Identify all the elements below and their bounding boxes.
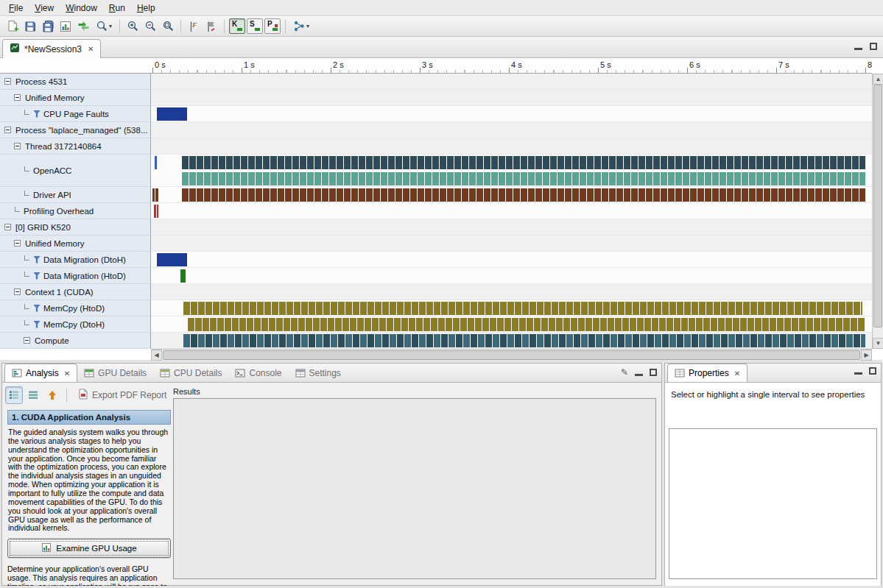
row-track[interactable] xyxy=(151,138,872,155)
timeline-interval[interactable] xyxy=(157,253,187,266)
tab-cpu-details[interactable]: CPU Details xyxy=(153,364,228,382)
close-icon[interactable]: ✕ xyxy=(64,369,70,378)
menu-view[interactable]: View xyxy=(29,1,60,15)
menu-file[interactable]: File xyxy=(3,1,29,15)
scroll-up-icon[interactable]: ▲ xyxy=(873,74,883,85)
kernel-toggle[interactable]: K xyxy=(229,18,245,34)
timeline-interval[interactable] xyxy=(183,302,862,315)
timeline-interval[interactable] xyxy=(188,318,865,331)
marker-f-icon[interactable]: F xyxy=(185,18,203,35)
scroll-down-icon[interactable]: ▼ xyxy=(873,338,883,349)
maximize-icon[interactable] xyxy=(650,369,657,376)
row-track[interactable] xyxy=(151,155,872,187)
collapse-toggle-icon[interactable] xyxy=(14,94,21,101)
timeline-interval[interactable] xyxy=(155,156,157,169)
collapse-toggle-icon[interactable] xyxy=(14,240,21,247)
row-track[interactable] xyxy=(151,284,872,300)
dropdown-caret-icon[interactable]: ▾ xyxy=(306,23,309,29)
row-label-context-1-cuda[interactable]: Context 1 (CUDA) xyxy=(0,284,151,300)
tab-settings[interactable]: Settings xyxy=(289,364,348,382)
row-label-driver-api[interactable]: Driver API xyxy=(0,187,151,203)
zoom-fit-icon[interactable] xyxy=(159,18,177,35)
collapse-toggle-icon[interactable] xyxy=(4,127,11,133)
tab-gpu-details[interactable]: GPU Details xyxy=(77,364,153,382)
timeline-interval[interactable] xyxy=(152,188,155,202)
minimize-icon[interactable] xyxy=(854,372,862,375)
marker-flag-icon[interactable] xyxy=(203,18,220,35)
collapse-toggle-icon[interactable] xyxy=(24,337,30,344)
timeline-interval[interactable] xyxy=(157,107,187,121)
zoom-in-icon[interactable] xyxy=(124,18,141,35)
tab-console[interactable]: Console xyxy=(228,364,288,382)
zoom-out-icon[interactable] xyxy=(141,18,159,35)
filter-icon[interactable] xyxy=(33,272,41,280)
row-label-0-grid-k520[interactable]: [0] GRID K520 xyxy=(0,219,151,235)
horizontal-scroll-thumb[interactable] xyxy=(163,350,860,360)
row-track[interactable] xyxy=(151,106,872,122)
row-label-unified-memory[interactable]: Unified Memory xyxy=(0,90,151,106)
row-track[interactable] xyxy=(151,122,872,138)
row-label-compute[interactable]: Compute xyxy=(0,333,151,349)
minimize-icon[interactable] xyxy=(854,48,862,50)
row-label-cpu-page-faults[interactable]: CPU Page Faults xyxy=(0,106,151,122)
export-pdf-report-button[interactable]: Export PDF Report xyxy=(72,386,172,405)
row-track[interactable] xyxy=(151,187,872,203)
maximize-icon[interactable] xyxy=(870,43,877,50)
timeline-interval[interactable] xyxy=(155,188,158,202)
promote-stage-icon[interactable] xyxy=(43,386,61,404)
timeline-interval[interactable] xyxy=(154,205,155,218)
close-icon[interactable]: ✕ xyxy=(88,45,94,53)
analysis-menu-icon[interactable]: ▾ xyxy=(289,18,313,35)
row-label-memcpy-htod[interactable]: MemCpy (HtoD) xyxy=(0,300,151,316)
sync-toggle[interactable]: S xyxy=(247,18,263,34)
session-tab[interactable]: *NewSession3 ✕ xyxy=(2,39,101,58)
horizontal-scrollbar[interactable]: ◀ ▶ xyxy=(151,349,872,360)
scroll-left-icon[interactable]: ◀ xyxy=(151,350,162,361)
pin-editor-icon[interactable]: ✎ xyxy=(621,367,628,378)
row-label-unified-memory[interactable]: Unified Memory xyxy=(0,235,151,252)
vertical-scrollbar[interactable]: ▲ ▼ xyxy=(872,74,883,349)
row-label-process-4531[interactable]: Process 4531 xyxy=(0,74,151,90)
tab-properties[interactable]: Properties ✕ xyxy=(667,364,747,382)
timeline-interval[interactable] xyxy=(182,172,865,185)
close-icon[interactable]: ✕ xyxy=(734,369,740,378)
guided-analysis-icon[interactable] xyxy=(5,386,23,404)
save-session-icon[interactable] xyxy=(21,18,39,35)
row-track[interactable] xyxy=(151,90,872,106)
vertical-scroll-thumb[interactable] xyxy=(873,85,882,327)
row-label-data-migration-dtoh[interactable]: Data Migration (DtoH) xyxy=(0,252,151,268)
row-label-openacc[interactable]: OpenACC xyxy=(0,155,151,187)
import-export-icon[interactable] xyxy=(74,18,92,35)
timeline-interval[interactable] xyxy=(182,156,865,169)
row-track[interactable] xyxy=(151,268,872,284)
collapse-toggle-icon[interactable] xyxy=(14,288,21,295)
new-session-icon[interactable] xyxy=(4,18,21,35)
menu-help[interactable]: Help xyxy=(131,1,161,15)
timeline-interval[interactable] xyxy=(183,334,865,347)
row-label-profiling-overhead[interactable]: Profiling Overhead xyxy=(0,203,151,219)
filter-icon[interactable] xyxy=(33,321,41,328)
unguided-analysis-icon[interactable] xyxy=(24,386,42,404)
collapse-toggle-icon[interactable] xyxy=(4,224,11,230)
pc-sampling-toggle[interactable]: P xyxy=(264,18,281,34)
filter-icon[interactable] xyxy=(33,256,41,263)
filter-icon[interactable] xyxy=(33,110,41,118)
dropdown-caret-icon[interactable]: ▾ xyxy=(109,23,112,29)
examine-gpu-usage-button[interactable]: Examine GPU Usage xyxy=(7,539,171,558)
row-track[interactable] xyxy=(151,235,872,252)
scroll-right-icon[interactable]: ▶ xyxy=(861,350,872,361)
row-track[interactable] xyxy=(151,300,872,316)
timeline-ruler[interactable]: 0 s1 s2 s3 s4 s5 s6 s7 s8 xyxy=(151,58,872,74)
minimize-icon[interactable] xyxy=(635,374,643,376)
row-track[interactable] xyxy=(151,333,872,349)
menu-window[interactable]: Window xyxy=(60,1,103,15)
search-dropdown-icon[interactable]: ▾ xyxy=(92,18,116,35)
row-label-process-laplace-managed-538[interactable]: Process "laplace_managed" (538... xyxy=(0,122,151,138)
filter-icon[interactable] xyxy=(33,305,41,312)
row-track[interactable] xyxy=(151,316,872,333)
row-track[interactable] xyxy=(151,203,872,219)
show-chart-icon[interactable] xyxy=(57,18,74,35)
timeline-interval[interactable] xyxy=(157,205,158,218)
row-label-thread-3172140864[interactable]: Thread 3172140864 xyxy=(0,138,151,155)
timeline-interval[interactable] xyxy=(180,269,186,283)
